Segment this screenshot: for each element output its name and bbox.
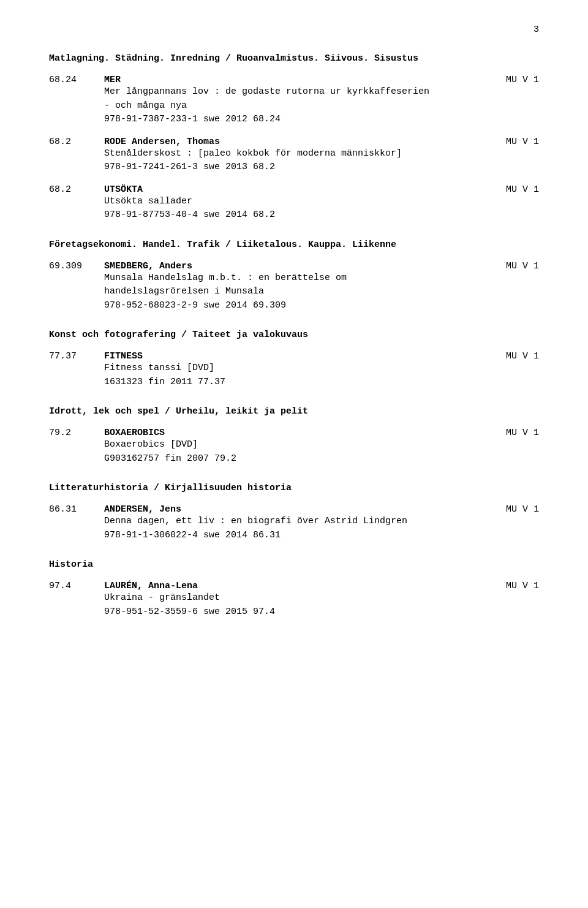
entry-title-text: Munsala Handelslag m.b.t. : en berättels… <box>49 271 539 286</box>
entry-number: 77.37 <box>49 351 104 361</box>
entry-isbn: 978-91-87753-40-4 swe 2014 68.2 <box>49 208 539 222</box>
entry-792-boxaerobics: 79.2 BOXAEROBICS MU V 1 Boxaerobics [DVD… <box>49 428 539 466</box>
entry-number: 69.309 <box>49 261 104 271</box>
page-number: 3 <box>49 25 539 35</box>
entry-8631-andersen: 86.31 ANDERSEN, Jens MU V 1 Denna dagen,… <box>49 504 539 542</box>
category-header-historia: Historia <box>49 559 539 570</box>
entry-title-continuation: handelslagsrörelsen i Munsala <box>49 285 539 299</box>
entry-isbn: G903162757 fin 2007 79.2 <box>49 452 539 466</box>
entry-number: 97.4 <box>49 581 104 591</box>
entry-7737-fitness: 77.37 FITNESS MU V 1 Fitness tanssi [DVD… <box>49 351 539 389</box>
entry-code: MU V 1 <box>478 351 539 361</box>
category-header-idrott: Idrott, lek och spel / Urheilu, leikit j… <box>49 406 539 417</box>
entry-title-text: Utsökta sallader <box>49 195 539 209</box>
entry-69309-smedberg: 69.309 SMEDBERG, Anders MU V 1 Munsala H… <box>49 261 539 313</box>
entry-number: 86.31 <box>49 504 104 515</box>
entry-title-text: Denna dagen, ett liv : en biografi över … <box>49 515 539 529</box>
entry-isbn: 978-91-7387-233-1 swe 2012 68.24 <box>49 113 539 127</box>
entry-author: UTSÖKTA <box>104 184 478 195</box>
entry-code: MU V 1 <box>478 504 539 515</box>
category-header-foretagsekonomi: Företagsekonomi. Handel. Trafik / Liiket… <box>49 240 539 250</box>
entry-code: MU V 1 <box>478 261 539 271</box>
entry-974-lauren: 97.4 LAURÉN, Anna-Lena MU V 1 Ukraina - … <box>49 581 539 619</box>
entry-6824-mer: 68.24 MER MU V 1 Mer långpannans lov : d… <box>49 75 539 127</box>
entry-author: SMEDBERG, Anders <box>104 261 478 271</box>
entry-number: 79.2 <box>49 428 104 438</box>
entry-code: MU V 1 <box>478 581 539 591</box>
entry-isbn: 978-951-52-3559-6 swe 2015 97.4 <box>49 605 539 619</box>
entry-682-rode: 68.2 RODE Andersen, Thomas MU V 1 Stenål… <box>49 137 539 175</box>
entry-code: MU V 1 <box>478 137 539 147</box>
entry-author: RODE Andersen, Thomas <box>104 137 478 147</box>
entry-author: FITNESS <box>104 351 478 361</box>
entry-isbn: 978-91-7241-261-3 swe 2013 68.2 <box>49 161 539 175</box>
entry-author: BOXAEROBICS <box>104 428 478 438</box>
entry-title-text: Stenålderskost : [paleo kokbok för moder… <box>49 147 539 161</box>
entry-author: ANDERSEN, Jens <box>104 504 478 515</box>
category-header-konst: Konst och fotografering / Taiteet ja val… <box>49 330 539 340</box>
entry-code: MU V 1 <box>478 184 539 195</box>
entry-isbn: 978-91-1-306022-4 swe 2014 86.31 <box>49 529 539 543</box>
entry-code: MU V 1 <box>478 75 539 85</box>
entry-title-text: Ukraina - gränslandet <box>49 591 539 605</box>
entry-author: LAURÉN, Anna-Lena <box>104 581 478 591</box>
entry-title-text: Boxaerobics [DVD] <box>49 438 539 452</box>
entry-number: 68.2 <box>49 137 104 147</box>
entry-author: MER <box>104 75 478 85</box>
entry-title-text: Mer långpannans lov : de godaste rutorna… <box>49 85 539 99</box>
entry-number: 68.24 <box>49 75 104 85</box>
entry-title-continuation: - och många nya <box>49 99 539 113</box>
category-header-litteraturhistoria: Litteraturhistoria / Kirjallisuuden hist… <box>49 483 539 493</box>
entry-isbn: 1631323 fin 2011 77.37 <box>49 376 539 390</box>
entry-682-utsoekta: 68.2 UTSÖKTA MU V 1 Utsökta sallader 978… <box>49 184 539 222</box>
entry-code: MU V 1 <box>478 428 539 438</box>
category-header-matlagning: Matlagning. Städning. Inredning / Ruoanv… <box>49 53 539 64</box>
entry-number: 68.2 <box>49 184 104 195</box>
entry-isbn: 978-952-68023-2-9 swe 2014 69.309 <box>49 299 539 313</box>
entry-title-text: Fitness tanssi [DVD] <box>49 361 539 376</box>
